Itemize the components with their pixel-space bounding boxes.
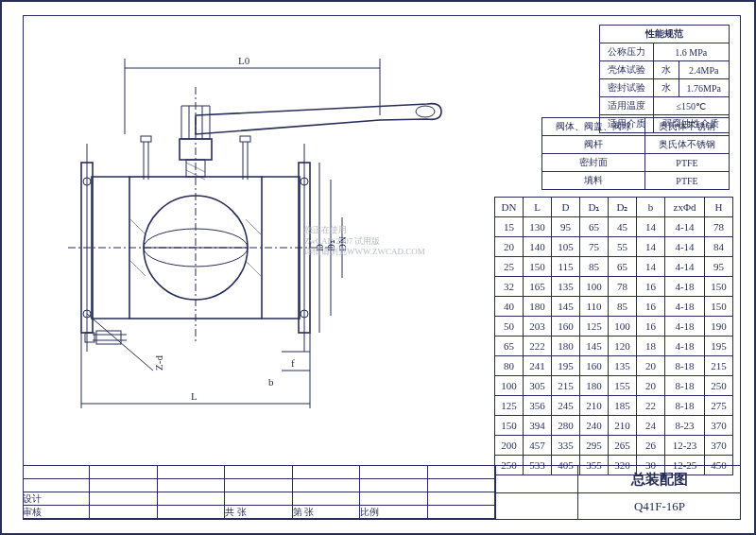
svg-text:L: L <box>191 390 198 402</box>
dimension-table: DNLDD₁D₂bzxΦdH15130956545144-14782014010… <box>494 197 733 475</box>
svg-line-29 <box>246 219 261 234</box>
svg-text:L0: L0 <box>238 55 250 66</box>
svg-text:Z-d: Z-d <box>153 355 164 371</box>
svg-line-30 <box>246 261 261 276</box>
svg-rect-16 <box>240 136 250 142</box>
drawing-sheet: L0 <box>0 0 756 535</box>
title-strip: 设计 审核共 张第 张比例 <box>23 465 495 520</box>
svg-point-4 <box>416 106 435 117</box>
watermark: 您正在使用 ZwCAD 2007 试用版 详情请浏览WWW.ZWCAD.COM <box>304 225 425 258</box>
svg-rect-13 <box>141 136 151 142</box>
model-number: Q41F-16P <box>578 493 741 520</box>
svg-text:b: b <box>268 376 274 388</box>
drawing-title: 总装配图 <box>578 466 741 492</box>
title-block: 总装配图 Q41F-16P <box>495 465 741 520</box>
svg-line-27 <box>130 219 146 234</box>
svg-text:f: f <box>291 357 295 369</box>
svg-line-28 <box>130 261 146 276</box>
material-table: 阀体、阀盖、阀球奥氏体不锈钢 阀杆奥氏体不锈钢 密封面PTFE 填料PTFE <box>541 117 730 190</box>
